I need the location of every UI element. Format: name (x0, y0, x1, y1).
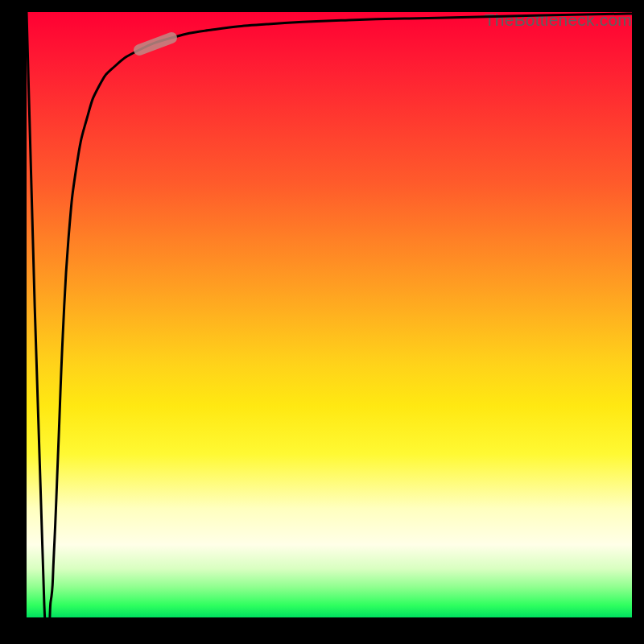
bottleneck-curve (27, 12, 632, 617)
highlight-segment (139, 38, 171, 50)
plot-area: TheBottleneck.com (27, 12, 632, 617)
chart-frame: TheBottleneck.com (0, 0, 644, 644)
curve-layer (27, 12, 632, 617)
